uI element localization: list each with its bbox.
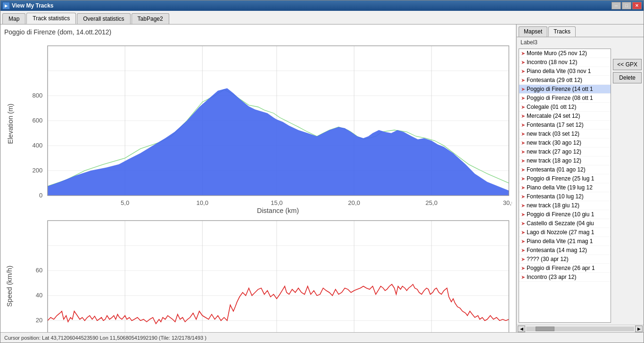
tracks-list[interactable]: ➤Monte Muro (25 nov 12)➤Incontro (18 nov… bbox=[519, 49, 611, 323]
svg-text:Distance (km): Distance (km) bbox=[257, 207, 299, 214]
track-item[interactable]: ➤Fontesanta (01 ago 12) bbox=[519, 165, 611, 174]
svg-text:20: 20 bbox=[36, 317, 43, 324]
track-arrow-icon: ➤ bbox=[521, 265, 525, 271]
scroll-thumb[interactable] bbox=[536, 327, 554, 331]
track-item[interactable]: ➤Poggio di Firenze (14 ott 1 bbox=[519, 85, 611, 94]
svg-text:25,0: 25,0 bbox=[425, 199, 438, 206]
track-item[interactable]: ➤Mercatale (24 set 12) bbox=[519, 112, 611, 121]
track-item[interactable]: ➤Incontro (18 nov 12) bbox=[519, 58, 611, 67]
track-item[interactable]: ➤Fontesanta (14 mag 12) bbox=[519, 246, 611, 255]
tracks-list-container: ➤Monte Muro (25 nov 12)➤Incontro (18 nov… bbox=[519, 49, 611, 323]
track-name: Monte Muro (25 nov 12) bbox=[527, 50, 587, 57]
track-name: Castello di Sezzate (04 giu bbox=[527, 220, 594, 227]
track-name: Incontro (23 apr 12) bbox=[527, 274, 576, 280]
delete-button[interactable]: Delete bbox=[613, 72, 642, 83]
track-name: Fontesanta (14 mag 12) bbox=[527, 247, 587, 253]
title-bar-left: ▶ View My Tracks bbox=[2, 2, 54, 9]
gpx-button[interactable]: << GPX bbox=[613, 59, 642, 70]
svg-text:15,0: 15,0 bbox=[271, 199, 283, 206]
track-arrow-icon: ➤ bbox=[521, 185, 525, 191]
svg-text:800: 800 bbox=[33, 92, 43, 99]
horizontal-scrollbar: ◀ ▶ bbox=[517, 325, 644, 332]
scroll-left-button[interactable]: ◀ bbox=[518, 326, 525, 332]
tab-mapset[interactable]: Mapset bbox=[519, 26, 547, 37]
right-panel: Mapset Tracks Label3 ➤Monte Muro (25 nov… bbox=[516, 24, 644, 332]
track-item[interactable]: ➤Incontro (23 apr 12) bbox=[519, 273, 611, 282]
track-arrow-icon: ➤ bbox=[521, 158, 525, 164]
track-item[interactable]: ➤Poggio di Firenze (08 ott 1 bbox=[519, 94, 611, 103]
track-arrow-icon: ➤ bbox=[521, 68, 525, 74]
track-item[interactable]: ➤new track (18 ago 12) bbox=[519, 156, 611, 165]
right-buttons-container: << GPX Delete bbox=[613, 49, 642, 323]
track-name: Piano della Vite (03 nov 1 bbox=[527, 68, 591, 74]
track-item[interactable]: ➤Poggio di Firenze (26 apr 1 bbox=[519, 264, 611, 273]
svg-text:Elevation (m): Elevation (m) bbox=[7, 104, 14, 144]
scroll-right-button[interactable]: ▶ bbox=[635, 326, 643, 332]
track-name: new track (18 ago 12) bbox=[527, 157, 581, 164]
track-item[interactable]: ➤Poggio di Firenze (25 lug 1 bbox=[519, 174, 611, 183]
track-name: Poggio di Firenze (10 giu 1 bbox=[527, 211, 594, 218]
track-arrow-icon: ➤ bbox=[521, 167, 525, 173]
svg-text:0: 0 bbox=[39, 192, 42, 199]
main-window: ▶ View My Tracks ─ □ ✕ Map Track statist… bbox=[0, 0, 644, 343]
track-item[interactable]: ➤Lago di Nozzole (27 mag 1 bbox=[519, 228, 611, 237]
track-item[interactable]: ➤Monte Muro (25 nov 12) bbox=[519, 49, 611, 58]
track-arrow-icon: ➤ bbox=[521, 238, 525, 245]
track-name: Poggio di Firenze (14 ott 1 bbox=[527, 86, 593, 92]
minimize-button[interactable]: ─ bbox=[611, 2, 621, 9]
svg-text:5,0: 5,0 bbox=[121, 199, 129, 206]
track-name: Poggio di Firenze (26 apr 1 bbox=[527, 265, 595, 271]
track-arrow-icon: ➤ bbox=[521, 247, 525, 253]
track-item[interactable]: ➤Castello di Sezzate (04 giu bbox=[519, 219, 611, 228]
track-name: Fontesanta (01 ago 12) bbox=[527, 166, 586, 173]
tab-tracks[interactable]: Tracks bbox=[548, 26, 576, 37]
maximize-button[interactable]: □ bbox=[622, 2, 631, 9]
tab-overall-statistics[interactable]: Overall statistics bbox=[77, 13, 130, 24]
svg-text:60: 60 bbox=[36, 267, 43, 274]
track-item[interactable]: ➤Poggio di Firenze (10 giu 1 bbox=[519, 210, 611, 219]
track-arrow-icon: ➤ bbox=[521, 77, 525, 83]
track-item[interactable]: ➤new track (30 ago 12) bbox=[519, 139, 611, 147]
speed-chart-svg: 0 20 40 60 5,0 10,0 15,0 20,0 25,0 30,0 … bbox=[4, 214, 512, 332]
title-bar: ▶ View My Tracks ─ □ ✕ bbox=[0, 0, 644, 11]
svg-text:20,0: 20,0 bbox=[348, 199, 360, 206]
status-bar: Cursor position: Lat 43,71206044523590 L… bbox=[0, 332, 644, 343]
track-item[interactable]: ➤Piano della Vite (19 lug 12 bbox=[519, 183, 611, 192]
tab-tabpage2[interactable]: TabPage2 bbox=[132, 13, 169, 24]
track-name: new track (18 giu 12) bbox=[527, 202, 579, 209]
track-item[interactable]: ➤???? (30 apr 12) bbox=[519, 255, 611, 264]
track-item[interactable]: ➤new track (27 ago 12) bbox=[519, 147, 611, 156]
svg-text:10,0: 10,0 bbox=[197, 199, 209, 206]
track-name: Poggio di Firenze (08 ott 1 bbox=[527, 95, 593, 101]
chart-title: Poggio di Firenze (dom, 14.ott.2012) bbox=[4, 28, 512, 36]
close-button[interactable]: ✕ bbox=[632, 2, 642, 9]
track-item[interactable]: ➤new track (18 giu 12) bbox=[519, 201, 611, 210]
track-arrow-icon: ➤ bbox=[521, 95, 525, 101]
main-content: Poggio di Firenze (dom, 14.ott.2012) bbox=[0, 24, 644, 332]
tab-track-statistics[interactable]: Track statistics bbox=[26, 13, 76, 24]
track-name: Lago di Nozzole (27 mag 1 bbox=[527, 229, 594, 236]
track-name: new track (30 ago 12) bbox=[527, 139, 581, 146]
track-name: Fontesanta (10 lug 12) bbox=[527, 193, 584, 200]
right-tab-bar: Mapset Tracks bbox=[517, 24, 644, 37]
track-item[interactable]: ➤Piano della Vite (03 nov 1 bbox=[519, 67, 611, 76]
track-item[interactable]: ➤Fontesanta (17 set 12) bbox=[519, 121, 611, 130]
track-item[interactable]: ➤Piano della Vite (21 mag 1 bbox=[519, 237, 611, 246]
track-arrow-icon: ➤ bbox=[521, 220, 525, 227]
track-item[interactable]: ➤Fontesanta (10 lug 12) bbox=[519, 192, 611, 201]
elevation-chart-svg: 0 200 400 600 800 5,0 10,0 15,0 20,0 25,… bbox=[4, 40, 512, 214]
track-name: Fontesanta (29 ott 12) bbox=[527, 77, 582, 83]
svg-text:600: 600 bbox=[33, 117, 43, 124]
tab-map[interactable]: Map bbox=[2, 13, 25, 24]
speed-chart-wrapper: 0 20 40 60 5,0 10,0 15,0 20,0 25,0 30,0 … bbox=[4, 214, 512, 332]
track-arrow-icon: ➤ bbox=[521, 122, 525, 128]
right-panel-content: ➤Monte Muro (25 nov 12)➤Incontro (18 nov… bbox=[517, 47, 644, 325]
track-name: Colegale (01 ott 12) bbox=[527, 104, 576, 110]
svg-text:Speed (km/h): Speed (km/h) bbox=[6, 266, 13, 307]
track-arrow-icon: ➤ bbox=[521, 194, 525, 200]
track-item[interactable]: ➤Fontesanta (29 ott 12) bbox=[519, 76, 611, 85]
track-name: Piano della Vite (21 mag 1 bbox=[527, 238, 593, 245]
track-item[interactable]: ➤Colegale (01 ott 12) bbox=[519, 103, 611, 112]
scroll-track[interactable] bbox=[526, 327, 634, 331]
track-item[interactable]: ➤new track (03 set 12) bbox=[519, 130, 611, 139]
